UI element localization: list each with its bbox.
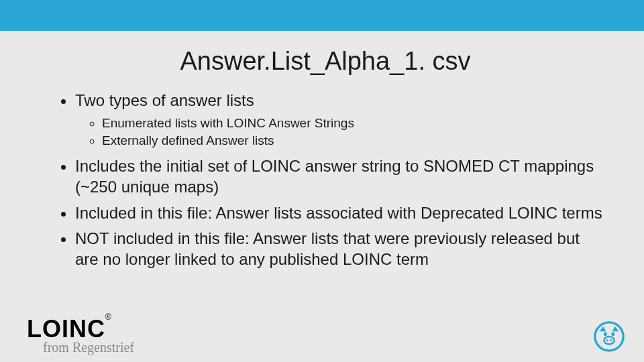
logo-text: LOINC®	[27, 317, 134, 341]
list-item: NOT included in this file: Answer lists …	[75, 229, 604, 269]
pig-icon	[593, 320, 625, 353]
sub-bullet-list: Enumerated lists with LOINC Answer Strin…	[75, 115, 604, 149]
bullet-text: Included in this file: Answer lists asso…	[75, 204, 602, 222]
bullet-text: Enumerated lists with LOINC Answer Strin…	[102, 116, 354, 130]
registered-mark: ®	[105, 312, 112, 322]
svg-point-4	[606, 339, 608, 341]
slide-title: Answer.List_Alpha_1. csv	[47, 47, 604, 76]
slide-body: Answer.List_Alpha_1. csv Two types of an…	[0, 47, 644, 270]
footer: LOINC® from Regenstrief	[27, 317, 631, 355]
list-item: Externally defined Answer lists	[102, 133, 604, 149]
svg-point-5	[610, 339, 612, 341]
logo-word: LOINC	[27, 315, 105, 343]
loinc-logo: LOINC® from Regenstrief	[27, 317, 134, 355]
svg-point-2	[611, 332, 614, 336]
list-item: Two types of answer lists Enumerated lis…	[75, 90, 604, 149]
bullet-text: Externally defined Answer lists	[102, 133, 274, 147]
svg-point-1	[604, 332, 607, 336]
bullet-list: Two types of answer lists Enumerated lis…	[47, 90, 604, 270]
list-item: Includes the initial set of LOINC answer…	[75, 156, 604, 197]
svg-point-3	[604, 337, 614, 345]
list-item: Enumerated lists with LOINC Answer Strin…	[102, 115, 604, 132]
accent-bar	[0, 0, 644, 31]
bullet-text: Two types of answer lists	[75, 91, 254, 109]
bullet-text: Includes the initial set of LOINC answer…	[75, 157, 594, 196]
bullet-text: NOT included in this file: Answer lists …	[75, 229, 580, 268]
list-item: Included in this file: Answer lists asso…	[75, 203, 604, 224]
